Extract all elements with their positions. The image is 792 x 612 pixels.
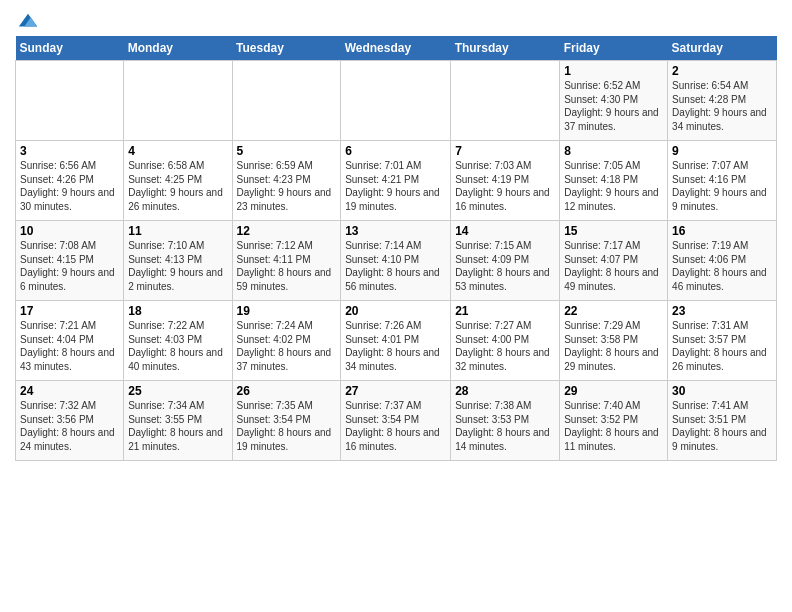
day-info: Sunrise: 7:31 AM Sunset: 3:57 PM Dayligh… [672, 319, 772, 373]
calendar-cell [341, 61, 451, 141]
day-number: 13 [345, 224, 446, 238]
calendar-cell: 27Sunrise: 7:37 AM Sunset: 3:54 PM Dayli… [341, 381, 451, 461]
header-monday: Monday [124, 36, 232, 61]
calendar-cell: 26Sunrise: 7:35 AM Sunset: 3:54 PM Dayli… [232, 381, 341, 461]
day-number: 6 [345, 144, 446, 158]
day-number: 25 [128, 384, 227, 398]
calendar-cell: 14Sunrise: 7:15 AM Sunset: 4:09 PM Dayli… [451, 221, 560, 301]
day-number: 10 [20, 224, 119, 238]
day-number: 22 [564, 304, 663, 318]
day-info: Sunrise: 7:14 AM Sunset: 4:10 PM Dayligh… [345, 239, 446, 293]
day-number: 19 [237, 304, 337, 318]
day-number: 5 [237, 144, 337, 158]
day-number: 1 [564, 64, 663, 78]
calendar-week-5: 24Sunrise: 7:32 AM Sunset: 3:56 PM Dayli… [16, 381, 777, 461]
day-info: Sunrise: 7:10 AM Sunset: 4:13 PM Dayligh… [128, 239, 227, 293]
day-number: 12 [237, 224, 337, 238]
calendar-cell: 19Sunrise: 7:24 AM Sunset: 4:02 PM Dayli… [232, 301, 341, 381]
header-tuesday: Tuesday [232, 36, 341, 61]
day-number: 26 [237, 384, 337, 398]
calendar-cell: 8Sunrise: 7:05 AM Sunset: 4:18 PM Daylig… [560, 141, 668, 221]
day-info: Sunrise: 7:07 AM Sunset: 4:16 PM Dayligh… [672, 159, 772, 213]
header-friday: Friday [560, 36, 668, 61]
header-sunday: Sunday [16, 36, 124, 61]
day-info: Sunrise: 7:12 AM Sunset: 4:11 PM Dayligh… [237, 239, 337, 293]
calendar-week-1: 1Sunrise: 6:52 AM Sunset: 4:30 PM Daylig… [16, 61, 777, 141]
calendar-cell: 5Sunrise: 6:59 AM Sunset: 4:23 PM Daylig… [232, 141, 341, 221]
day-number: 16 [672, 224, 772, 238]
logo-icon [17, 10, 39, 32]
calendar-cell: 16Sunrise: 7:19 AM Sunset: 4:06 PM Dayli… [668, 221, 777, 301]
calendar-cell: 25Sunrise: 7:34 AM Sunset: 3:55 PM Dayli… [124, 381, 232, 461]
day-info: Sunrise: 7:15 AM Sunset: 4:09 PM Dayligh… [455, 239, 555, 293]
page-header [15, 10, 777, 28]
day-info: Sunrise: 7:37 AM Sunset: 3:54 PM Dayligh… [345, 399, 446, 453]
header-wednesday: Wednesday [341, 36, 451, 61]
calendar-cell: 12Sunrise: 7:12 AM Sunset: 4:11 PM Dayli… [232, 221, 341, 301]
day-number: 9 [672, 144, 772, 158]
calendar-cell [16, 61, 124, 141]
calendar-cell: 23Sunrise: 7:31 AM Sunset: 3:57 PM Dayli… [668, 301, 777, 381]
calendar-cell: 21Sunrise: 7:27 AM Sunset: 4:00 PM Dayli… [451, 301, 560, 381]
calendar-cell [451, 61, 560, 141]
day-info: Sunrise: 6:58 AM Sunset: 4:25 PM Dayligh… [128, 159, 227, 213]
day-info: Sunrise: 6:54 AM Sunset: 4:28 PM Dayligh… [672, 79, 772, 133]
calendar-cell: 29Sunrise: 7:40 AM Sunset: 3:52 PM Dayli… [560, 381, 668, 461]
calendar-week-2: 3Sunrise: 6:56 AM Sunset: 4:26 PM Daylig… [16, 141, 777, 221]
day-number: 21 [455, 304, 555, 318]
day-info: Sunrise: 7:34 AM Sunset: 3:55 PM Dayligh… [128, 399, 227, 453]
calendar-cell: 11Sunrise: 7:10 AM Sunset: 4:13 PM Dayli… [124, 221, 232, 301]
calendar-cell: 1Sunrise: 6:52 AM Sunset: 4:30 PM Daylig… [560, 61, 668, 141]
day-info: Sunrise: 7:19 AM Sunset: 4:06 PM Dayligh… [672, 239, 772, 293]
day-number: 4 [128, 144, 227, 158]
day-info: Sunrise: 6:59 AM Sunset: 4:23 PM Dayligh… [237, 159, 337, 213]
day-info: Sunrise: 7:26 AM Sunset: 4:01 PM Dayligh… [345, 319, 446, 373]
day-number: 28 [455, 384, 555, 398]
day-number: 18 [128, 304, 227, 318]
day-number: 8 [564, 144, 663, 158]
day-info: Sunrise: 7:22 AM Sunset: 4:03 PM Dayligh… [128, 319, 227, 373]
day-number: 3 [20, 144, 119, 158]
day-info: Sunrise: 6:52 AM Sunset: 4:30 PM Dayligh… [564, 79, 663, 133]
day-number: 14 [455, 224, 555, 238]
calendar-cell: 10Sunrise: 7:08 AM Sunset: 4:15 PM Dayli… [16, 221, 124, 301]
calendar-week-4: 17Sunrise: 7:21 AM Sunset: 4:04 PM Dayli… [16, 301, 777, 381]
day-number: 27 [345, 384, 446, 398]
calendar-cell: 18Sunrise: 7:22 AM Sunset: 4:03 PM Dayli… [124, 301, 232, 381]
logo [15, 10, 39, 28]
day-number: 29 [564, 384, 663, 398]
calendar-week-3: 10Sunrise: 7:08 AM Sunset: 4:15 PM Dayli… [16, 221, 777, 301]
day-number: 23 [672, 304, 772, 318]
calendar-cell: 7Sunrise: 7:03 AM Sunset: 4:19 PM Daylig… [451, 141, 560, 221]
day-number: 2 [672, 64, 772, 78]
day-info: Sunrise: 7:05 AM Sunset: 4:18 PM Dayligh… [564, 159, 663, 213]
calendar-cell: 15Sunrise: 7:17 AM Sunset: 4:07 PM Dayli… [560, 221, 668, 301]
day-info: Sunrise: 7:40 AM Sunset: 3:52 PM Dayligh… [564, 399, 663, 453]
calendar-cell: 6Sunrise: 7:01 AM Sunset: 4:21 PM Daylig… [341, 141, 451, 221]
day-info: Sunrise: 7:32 AM Sunset: 3:56 PM Dayligh… [20, 399, 119, 453]
calendar-cell: 24Sunrise: 7:32 AM Sunset: 3:56 PM Dayli… [16, 381, 124, 461]
header-saturday: Saturday [668, 36, 777, 61]
header-thursday: Thursday [451, 36, 560, 61]
calendar-cell: 20Sunrise: 7:26 AM Sunset: 4:01 PM Dayli… [341, 301, 451, 381]
day-info: Sunrise: 7:24 AM Sunset: 4:02 PM Dayligh… [237, 319, 337, 373]
day-info: Sunrise: 7:38 AM Sunset: 3:53 PM Dayligh… [455, 399, 555, 453]
calendar-cell: 22Sunrise: 7:29 AM Sunset: 3:58 PM Dayli… [560, 301, 668, 381]
day-info: Sunrise: 6:56 AM Sunset: 4:26 PM Dayligh… [20, 159, 119, 213]
calendar-cell: 2Sunrise: 6:54 AM Sunset: 4:28 PM Daylig… [668, 61, 777, 141]
day-number: 30 [672, 384, 772, 398]
day-number: 11 [128, 224, 227, 238]
day-info: Sunrise: 7:27 AM Sunset: 4:00 PM Dayligh… [455, 319, 555, 373]
day-number: 15 [564, 224, 663, 238]
calendar-cell [232, 61, 341, 141]
day-number: 7 [455, 144, 555, 158]
day-info: Sunrise: 7:29 AM Sunset: 3:58 PM Dayligh… [564, 319, 663, 373]
calendar-cell: 4Sunrise: 6:58 AM Sunset: 4:25 PM Daylig… [124, 141, 232, 221]
day-number: 20 [345, 304, 446, 318]
calendar-cell: 28Sunrise: 7:38 AM Sunset: 3:53 PM Dayli… [451, 381, 560, 461]
calendar-cell [124, 61, 232, 141]
page-container: SundayMondayTuesdayWednesdayThursdayFrid… [0, 0, 792, 471]
calendar-table: SundayMondayTuesdayWednesdayThursdayFrid… [15, 36, 777, 461]
day-number: 17 [20, 304, 119, 318]
calendar-cell: 17Sunrise: 7:21 AM Sunset: 4:04 PM Dayli… [16, 301, 124, 381]
